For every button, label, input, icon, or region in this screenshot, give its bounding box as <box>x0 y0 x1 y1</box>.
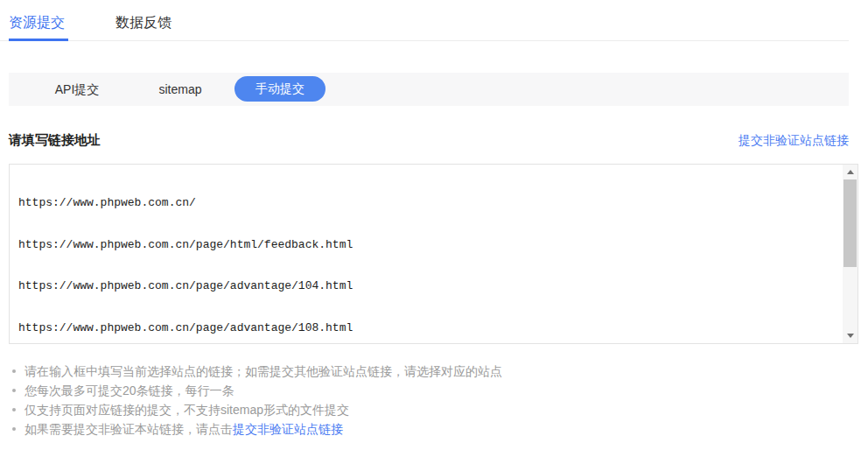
top-tab-bar: 资源提交 数据反馈 <box>0 0 849 41</box>
submit-unverified-site-link[interactable]: 提交非验证站点链接 <box>738 133 849 149</box>
link-field-label: 请填写链接地址 <box>9 132 101 147</box>
note-text: 仅支持页面对应链接的提交，不支持sitemap形式的文件提交 <box>24 403 349 417</box>
tab-resource-submit[interactable]: 资源提交 <box>9 14 65 32</box>
note-item: 您每次最多可提交20条链接，每行一条 <box>9 381 849 400</box>
scrollbar-thumb[interactable] <box>844 179 857 267</box>
submit-mode-bar: API提交 sitemap 手动提交 <box>9 73 849 106</box>
url-line: https://www.phpweb.com.cn/page/advantage… <box>18 320 843 336</box>
note-item: 仅支持页面对应链接的提交，不支持sitemap形式的文件提交 <box>9 400 849 419</box>
subtab-manual-submit[interactable]: 手动提交 <box>234 76 326 102</box>
note-text: 如果需要提交非验证本站链接，请点击 <box>24 422 233 436</box>
bullet-dot-icon <box>12 369 16 373</box>
subtab-sitemap[interactable]: sitemap <box>149 73 212 106</box>
vertical-scrollbar[interactable] <box>843 165 858 343</box>
scroll-down-icon <box>847 334 854 338</box>
note-text: 您每次最多可提交20条链接，每行一条 <box>24 383 234 397</box>
subtab-api-submit[interactable]: API提交 <box>44 73 110 106</box>
bullet-dot-icon <box>12 408 16 411</box>
link-input-content: https://www.phpweb.com.cn/ https://www.p… <box>10 165 843 343</box>
link-input[interactable]: https://www.phpweb.com.cn/ https://www.p… <box>9 164 858 344</box>
active-tab-underline <box>9 39 68 41</box>
url-line: https://www.phpweb.com.cn/page/advantage… <box>18 278 843 294</box>
url-line: https://www.phpweb.com.cn/page/html/feed… <box>18 237 843 253</box>
scroll-down-button[interactable] <box>843 328 858 343</box>
scroll-up-button[interactable] <box>843 165 858 179</box>
url-line: https://www.phpweb.com.cn/ <box>18 195 843 211</box>
tab-data-feedback[interactable]: 数据反馈 <box>116 14 172 32</box>
field-label-row: 请填写链接地址 提交非验证站点链接 <box>9 132 849 150</box>
submit-unverified-site-link-bottom[interactable]: 提交非验证站点链接 <box>233 422 343 436</box>
help-notes: 请在输入框中填写当前选择站点的链接；如需提交其他验证站点链接，请选择对应的站点 … <box>9 362 849 439</box>
note-text: 请在输入框中填写当前选择站点的链接；如需提交其他验证站点链接，请选择对应的站点 <box>24 364 502 378</box>
note-item: 如果需要提交非验证本站链接，请点击提交非验证站点链接 <box>9 419 849 439</box>
bullet-dot-icon <box>12 427 16 431</box>
scroll-up-icon <box>847 170 854 174</box>
bullet-dot-icon <box>12 389 16 392</box>
note-item: 请在输入框中填写当前选择站点的链接；如需提交其他验证站点链接，请选择对应的站点 <box>9 362 849 381</box>
